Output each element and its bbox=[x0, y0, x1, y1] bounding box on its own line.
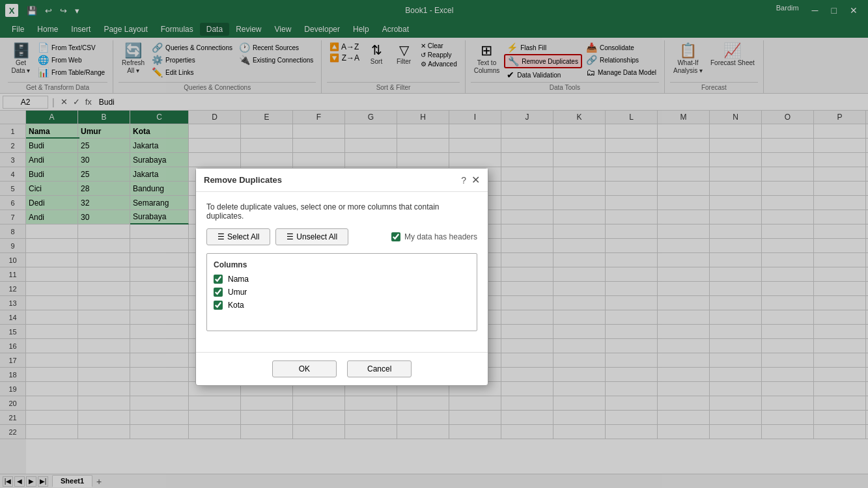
dialog-footer: OK Cancel bbox=[196, 352, 488, 385]
column-item-umur: Umur bbox=[214, 288, 470, 297]
select-all-icon: ☰ bbox=[217, 232, 225, 241]
ok-button[interactable]: OK bbox=[272, 360, 337, 377]
dialog-description: To delete duplicate values, select one o… bbox=[206, 202, 477, 221]
column-checkbox-umur[interactable] bbox=[214, 288, 223, 297]
column-checkbox-kota[interactable] bbox=[214, 301, 223, 310]
my-data-has-headers-checkbox[interactable] bbox=[391, 232, 400, 241]
modal-overlay: Remove Duplicates ? ✕ To delete duplicat… bbox=[0, 0, 868, 488]
remove-duplicates-dialog: Remove Duplicates ? ✕ To delete duplicat… bbox=[195, 168, 488, 386]
dialog-body: To delete duplicate values, select one o… bbox=[196, 192, 488, 352]
my-data-has-headers-row: My data has headers bbox=[391, 232, 477, 241]
columns-label: Columns bbox=[214, 260, 470, 269]
dialog-titlebar: Remove Duplicates ? ✕ bbox=[196, 169, 488, 192]
dialog-title: Remove Duplicates bbox=[204, 175, 282, 185]
unselect-all-button[interactable]: ☰ Unselect All bbox=[275, 228, 348, 245]
my-data-has-headers-label: My data has headers bbox=[404, 232, 477, 241]
select-all-button[interactable]: ☰ Select All bbox=[206, 228, 270, 245]
dialog-close-button[interactable]: ✕ bbox=[471, 174, 480, 186]
unselect-all-icon: ☰ bbox=[287, 232, 294, 241]
dialog-actions-row: ☰ Select All ☰ Unselect All My data has … bbox=[206, 228, 477, 245]
column-label-umur: Umur bbox=[228, 288, 247, 297]
cancel-button[interactable]: Cancel bbox=[347, 360, 412, 377]
column-label-nama: Nama bbox=[228, 275, 249, 284]
columns-box: Columns Nama Umur Kota bbox=[206, 253, 477, 331]
dialog-help-button[interactable]: ? bbox=[461, 174, 466, 186]
column-item-kota: Kota bbox=[214, 301, 470, 310]
column-item-nama: Nama bbox=[214, 275, 470, 284]
column-checkbox-nama[interactable] bbox=[214, 275, 223, 284]
column-label-kota: Kota bbox=[228, 301, 244, 310]
